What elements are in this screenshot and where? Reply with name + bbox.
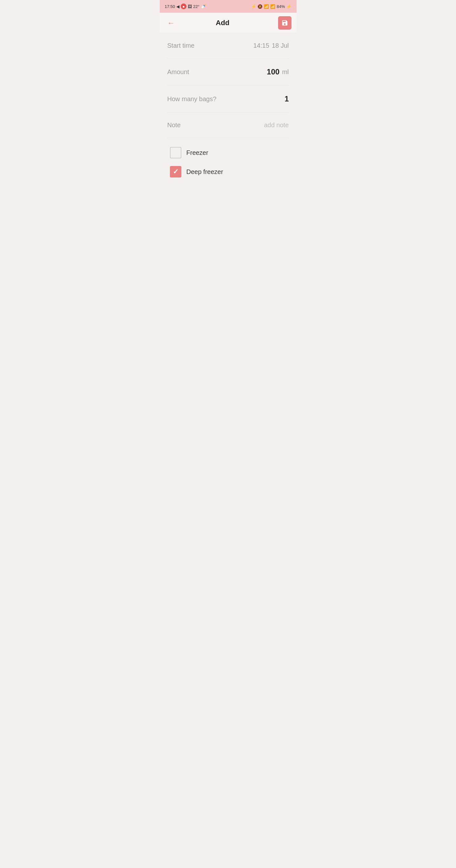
status-time: 17:50 [165,4,175,9]
freezer-label: Freezer [186,149,208,156]
amount-unit: ml [282,68,288,76]
image-icon: 🖼 [188,4,192,9]
freezer-checkbox[interactable] [170,147,181,158]
signal-icon: 📶 [270,4,275,9]
bags-count: 1 [284,94,288,103]
wifi-icon: 📶 [264,4,269,9]
deep-freezer-row[interactable]: Deep freezer [168,162,289,181]
start-time-date: 18 Jul [272,42,288,49]
amount-value[interactable]: 100 ml [267,67,288,76]
amount-row[interactable]: Amount 100 ml [168,59,289,86]
temperature: 22° [193,4,200,9]
start-time-time: 14:15 [253,42,269,49]
charging-icon: ⚡ [286,4,292,9]
amount-label: Amount [168,68,189,76]
add-note-placeholder[interactable]: add note [264,122,289,129]
status-bar: 17:50 ◀ ● 🖼 22° 🍼 ⚡ 🔕 📶 📶 84% ⚡ [160,0,297,13]
freezer-row[interactable]: Freezer [168,143,289,162]
app-bar: ← Add [160,13,297,33]
note-row[interactable]: Note add note [168,113,289,138]
mute-icon: 🔕 [257,4,263,9]
content: Start time 14:15 18 Jul Amount 100 ml Ho… [160,33,297,186]
deep-freezer-label: Deep freezer [186,168,223,176]
baby-icon: 🍼 [201,4,206,9]
save-button[interactable] [278,16,292,30]
note-label: Note [168,122,181,129]
location-icon: ◀ [176,4,180,9]
bags-row[interactable]: How many bags? 1 [168,86,289,113]
page-title: Add [168,19,278,27]
amount-number: 100 [267,67,279,76]
notification-icon: ● [181,3,186,9]
status-right: ⚡ 🔕 📶 📶 84% ⚡ [251,4,291,9]
deep-freezer-checkbox[interactable] [170,166,181,178]
start-time-row[interactable]: Start time 14:15 18 Jul [168,33,289,59]
save-icon [281,20,288,26]
status-left: 17:50 ◀ ● 🖼 22° 🍼 [165,3,206,9]
start-time-label: Start time [168,42,195,49]
checkbox-section: Freezer Deep freezer [168,138,289,186]
battery-percent: 84% [276,4,285,9]
bags-value[interactable]: 1 [284,94,288,103]
bluetooth-icon: ⚡ [251,4,256,9]
bags-label: How many bags? [168,95,217,103]
start-time-value[interactable]: 14:15 18 Jul [253,42,288,49]
